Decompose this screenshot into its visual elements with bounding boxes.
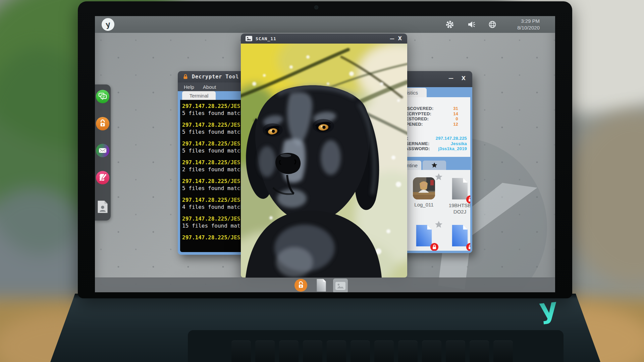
- keyboard-key: [351, 341, 370, 362]
- file-icon: [316, 278, 327, 292]
- file-locked-blue[interactable]: [406, 224, 442, 248]
- chat-bubbles-icon: [96, 90, 109, 103]
- file-19bhtsbdo2j[interactable]: 19BHTSB DO2J: [441, 177, 470, 215]
- envelope-icon: [96, 144, 109, 157]
- file-locked-blue[interactable]: [441, 224, 470, 248]
- red-lock-badge-icon: [466, 243, 470, 251]
- file-name-line2: DO2J: [441, 208, 470, 215]
- keyboard-key: [374, 341, 394, 362]
- volume-speaker-icon[interactable]: [467, 20, 476, 29]
- photo-icon: [246, 36, 252, 41]
- dock-item-chat[interactable]: [96, 90, 109, 103]
- taskbar-item-file-viewer[interactable]: [316, 278, 327, 292]
- game-scene: y y: [0, 0, 644, 362]
- keyboard-key: [279, 341, 299, 362]
- os-logo[interactable]: y: [101, 17, 115, 32]
- clock-date: 8/10/2020: [517, 24, 540, 31]
- notepad-pencil-icon: [96, 171, 109, 184]
- close-button[interactable]: X: [398, 36, 402, 42]
- stat-value: 14: [453, 111, 458, 117]
- photo-icon: [335, 282, 345, 290]
- background-wall: [564, 111, 644, 285]
- image-viewer-title-bar[interactable]: SCAN_11 — X: [241, 34, 407, 44]
- dock-item-mail[interactable]: [96, 144, 109, 157]
- open-lock-icon: [294, 279, 307, 292]
- dock-item-notes[interactable]: [96, 171, 109, 184]
- laptop-body: y: [50, 294, 600, 362]
- webcam-icon: [314, 5, 318, 9]
- scan-photo: [241, 44, 407, 278]
- image-viewer-window: SCAN_11 — X: [241, 34, 407, 278]
- keyboard-key: [231, 341, 251, 362]
- labrador-painting: [241, 44, 407, 278]
- desktop-screen: y 3:29 PM 8/10/2020: [95, 16, 555, 292]
- image-window-title: SCAN_11: [256, 36, 276, 41]
- dock-item-contacts[interactable]: [96, 200, 109, 214]
- red-lock-badge-icon: [430, 243, 438, 251]
- menu-help[interactable]: Help: [184, 84, 194, 90]
- menu-about[interactable]: About: [203, 84, 216, 90]
- settings-gear-icon[interactable]: [445, 20, 454, 29]
- lock-icon: [182, 74, 189, 80]
- credential-value: j3ss1ka_2019: [438, 146, 467, 152]
- decrypter-window-title: Decrypter Tool: [192, 74, 239, 80]
- minimize-button[interactable]: —: [390, 36, 394, 41]
- clock-time: 3:29 PM: [517, 18, 540, 24]
- stat-value: 31: [453, 106, 458, 111]
- keyboard-key: [255, 341, 275, 362]
- dock-item-decrypter[interactable]: [96, 117, 109, 130]
- credential-value: 297.147.28.225: [436, 136, 467, 141]
- network-globe-icon[interactable]: [488, 20, 497, 29]
- app-dock: [95, 84, 111, 221]
- credential-value: Jessika: [451, 141, 467, 146]
- clock-display: 3:29 PM 8/10/2020: [517, 18, 540, 31]
- minimize-button[interactable]: —: [448, 75, 453, 81]
- close-button[interactable]: X: [462, 75, 466, 81]
- file-name: Log_011: [406, 201, 442, 208]
- taskbar-item-image-viewer[interactable]: [333, 279, 348, 292]
- keyboard-key: [303, 341, 322, 362]
- keyboard-key: [493, 341, 513, 362]
- stat-value: 12: [453, 122, 458, 127]
- open-lock-icon: [96, 117, 109, 130]
- stat-value: 0: [456, 116, 458, 122]
- taskbar-item-decrypter[interactable]: [294, 279, 307, 292]
- star-icon: [431, 162, 438, 169]
- taskbar: [95, 278, 555, 292]
- keyboard-key: [327, 341, 346, 362]
- contact-file-icon: [96, 200, 109, 214]
- red-lock-badge-icon: [466, 195, 470, 203]
- keyboard-key: [398, 341, 418, 362]
- file-log-011[interactable]: Log_011: [406, 177, 442, 208]
- photo-thumbnail: [413, 177, 435, 199]
- keyboard-key: [470, 341, 489, 362]
- tab-terminal[interactable]: Terminal: [182, 91, 216, 100]
- system-top-bar: y 3:29 PM 8/10/2020: [95, 16, 555, 33]
- tab-starred[interactable]: [423, 161, 446, 170]
- keyboard-key: [422, 341, 441, 362]
- keyboard-key: [446, 341, 465, 362]
